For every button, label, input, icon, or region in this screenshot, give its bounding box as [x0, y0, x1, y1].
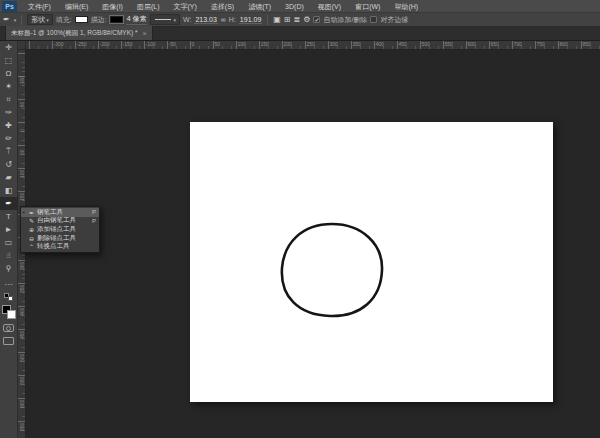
clone-stamp-tool[interactable]: ⍑ [0, 145, 18, 158]
stroke-type-select[interactable]: ▾ [150, 14, 180, 25]
type-tool[interactable]: T [0, 210, 18, 223]
healing-brush-tool-icon: ✚ [5, 119, 12, 132]
brush-tool[interactable]: ✏ [0, 132, 18, 145]
history-brush-tool[interactable]: ↺ [0, 158, 18, 171]
stroke-width-field[interactable]: 4 像素 [126, 14, 148, 25]
ruler-origin-corner[interactable] [18, 41, 26, 50]
document-canvas[interactable] [190, 122, 553, 402]
horizontal-ruler[interactable]: -300-250-200-150-100-5005010015020025030… [26, 41, 600, 50]
width-field[interactable]: 213.03 [194, 16, 217, 24]
ruler-label: 250 [307, 41, 315, 47]
ruler-label: -100 [146, 41, 156, 47]
height-field[interactable]: 191.09 [239, 16, 262, 24]
flyout-tool-icon: ✒ [28, 209, 35, 216]
flyout-menu-item[interactable]: ⊕添加锚点工具 [21, 225, 99, 234]
photoshop-logo: Ps [2, 1, 17, 12]
ruler-label: 550 [19, 377, 25, 385]
rectangular-marquee-tool[interactable]: ⬚ [0, 54, 18, 67]
flyout-tool-icon: ✎ [28, 217, 35, 224]
menu-item[interactable]: 文件(F) [21, 0, 58, 13]
pen-tool[interactable]: ✒ [0, 197, 18, 210]
menu-item[interactable]: 图像(I) [95, 0, 130, 13]
close-icon[interactable]: × [143, 30, 147, 37]
path-selection-tool[interactable]: ► [0, 223, 18, 236]
healing-brush-tool[interactable]: ✚ [0, 119, 18, 132]
screen-mode-button[interactable] [3, 337, 14, 345]
path-operations-icon[interactable]: ▣ [273, 13, 281, 27]
hand-drawn-circle[interactable] [282, 224, 382, 316]
ruler-label: 150 [261, 41, 269, 47]
drawing-layer [190, 122, 553, 402]
quick-selection-tool[interactable]: ✶ [0, 80, 18, 93]
menu-item[interactable]: 图层(L) [130, 0, 167, 13]
quick-mask-button[interactable] [3, 324, 14, 332]
ruler-label: 100 [19, 170, 25, 178]
eraser-tool[interactable]: ▰ [0, 171, 18, 184]
tool-mode-select[interactable]: 形状 ▾ [27, 14, 53, 25]
menu-item[interactable]: 帮助(H) [387, 0, 425, 13]
background-color-swatch[interactable] [7, 310, 16, 319]
path-alignment-icon[interactable]: ⊞ [284, 13, 291, 27]
canvas-work-area[interactable] [26, 50, 600, 438]
rectangle-tool-icon: ▭ [5, 236, 13, 249]
link-dimensions-icon[interactable]: ∞ [221, 13, 226, 27]
hand-tool[interactable]: ☝ [0, 249, 18, 262]
flyout-menu-item[interactable]: ⌃转换点工具 [21, 242, 99, 251]
gear-icon[interactable]: ⚙ [303, 13, 310, 27]
menu-item[interactable]: 窗口(W) [348, 0, 387, 13]
crop-tool-icon: ⌗ [6, 93, 11, 106]
rectangle-tool[interactable]: ▭ [0, 236, 18, 249]
fill-color-swatch[interactable] [75, 16, 88, 23]
options-bar: ✒ ▾ 形状 ▾ 填充: 描边: 4 像素 ▾ W: 213.03 ∞ H: 1… [0, 13, 600, 27]
flyout-menu-item[interactable]: ✎自由钢笔工具P [21, 217, 99, 226]
stroke-color-swatch[interactable] [110, 16, 123, 23]
gradient-tool[interactable]: ◧ [0, 184, 18, 197]
ruler-label: 50 [215, 41, 221, 47]
crop-tool[interactable]: ⌗ [0, 93, 18, 106]
document-tab-title: 未标题-1 @ 100%(椭圆 1, RGB/8#/CMYK) * [11, 29, 138, 38]
flyout-menu-item[interactable]: ▪✒钢笔工具P [21, 208, 99, 217]
zoom-tool[interactable]: ⚲ [0, 262, 18, 275]
quick-selection-tool-icon: ✶ [5, 80, 12, 93]
document-tab[interactable]: 未标题-1 @ 100%(椭圆 1, RGB/8#/CMYK) * × [5, 26, 153, 40]
move-tool[interactable]: ✛ [0, 41, 18, 54]
ruler-label: 150 [19, 193, 25, 201]
path-arrangement-icon[interactable]: ≣ [294, 13, 301, 27]
menu-item[interactable]: 编辑(E) [58, 0, 95, 13]
ruler-label: -150 [123, 41, 133, 47]
menu-item[interactable]: 视图(V) [311, 0, 348, 13]
gradient-tool-icon: ◧ [5, 184, 13, 197]
ruler-label: -200 [100, 41, 110, 47]
edit-toolbar-button[interactable]: ⋯ [0, 278, 18, 291]
default-colors-icon[interactable] [4, 293, 13, 301]
tool-preset-picker[interactable]: ✒ [3, 13, 10, 27]
eyedropper-tool[interactable]: ✑ [0, 106, 18, 119]
ruler-label: 400 [376, 41, 384, 47]
separator [21, 15, 22, 25]
ruler-label: 300 [19, 262, 25, 270]
pen-tool-icon: ✒ [5, 197, 12, 210]
menu-item[interactable]: 选择(S) [204, 0, 241, 13]
flyout-menu-item[interactable]: ⊖删除锚点工具 [21, 234, 99, 243]
clone-stamp-tool-icon: ⍑ [6, 145, 11, 158]
lasso-tool[interactable]: Ω [0, 67, 18, 80]
ruler-label: 600 [468, 41, 476, 47]
menu-item[interactable]: 滤镜(T) [241, 0, 278, 13]
foreground-background-swatches[interactable] [2, 305, 16, 319]
ruler-label: 0 [192, 41, 195, 47]
ruler-label: 550 [445, 41, 453, 47]
separator [267, 15, 268, 25]
menu-item[interactable]: 文字(Y) [166, 0, 203, 13]
ruler-label: 200 [284, 41, 292, 47]
align-edges-checkbox[interactable] [370, 16, 377, 23]
align-edges-label: 对齐边缘 [380, 15, 408, 25]
ruler-label: -100 [19, 76, 25, 86]
ruler-label: 650 [491, 41, 499, 47]
ruler-label: 100 [238, 41, 246, 47]
ruler-label: 500 [19, 354, 25, 362]
zoom-tool-icon: ⚲ [6, 262, 12, 275]
stroke-type-line-icon [155, 19, 171, 20]
tool-preset-caret-icon[interactable]: ▾ [14, 17, 17, 23]
auto-add-delete-checkbox[interactable] [313, 16, 320, 23]
menu-item[interactable]: 3D(D) [278, 0, 311, 13]
